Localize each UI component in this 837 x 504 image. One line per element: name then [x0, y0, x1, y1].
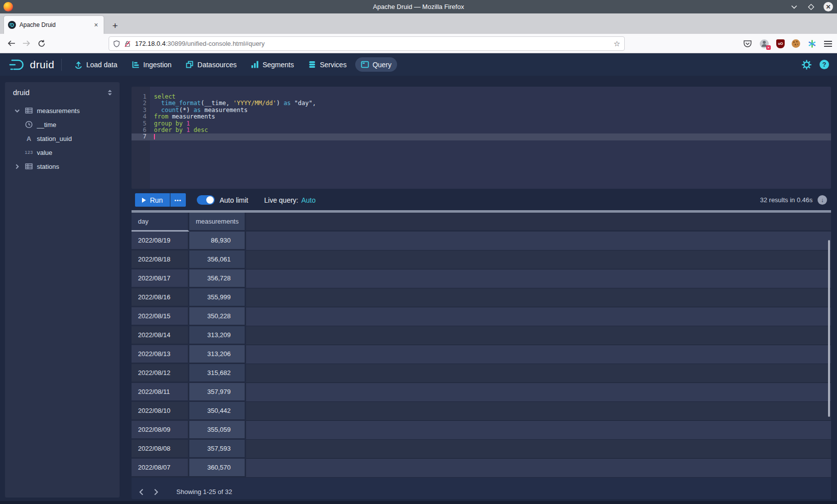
extension-disabled-icon[interactable]: ✕: [759, 39, 769, 49]
cell-measurements[interactable]: 356,728: [189, 269, 246, 288]
results-panel: day measurements 2022/08/1986,9302022/08…: [132, 210, 831, 499]
settings-gear-icon[interactable]: [802, 60, 812, 70]
editor-line-5[interactable]: 5group by 1: [132, 121, 831, 127]
string-type-icon: A: [25, 135, 33, 142]
table-icon: [25, 162, 33, 170]
druid-brand[interactable]: druid: [9, 58, 54, 71]
shield-permissions-icon[interactable]: [113, 40, 120, 48]
ublock-origin-icon[interactable]: uO: [776, 39, 785, 48]
cell-measurements[interactable]: 357,979: [189, 383, 246, 402]
column-header-day[interactable]: day: [132, 213, 189, 232]
run-bar: Run ••• Auto limit Live query: Auto 32 r…: [132, 191, 831, 209]
url-bar[interactable]: 172.18.0.4:30899/unified-console.html#qu…: [109, 36, 625, 51]
editor-line-2[interactable]: 2 time_format(__time, 'YYYY/MM/dd') as "…: [132, 100, 831, 107]
new-tab-button[interactable]: +: [109, 19, 122, 32]
help-icon[interactable]: ?: [820, 60, 829, 69]
cell-day[interactable]: 2022/08/12: [132, 364, 189, 383]
cell-measurements[interactable]: 356,061: [189, 251, 246, 269]
nav-item-services[interactable]: Services: [302, 57, 352, 72]
extension-asterisk-icon[interactable]: [807, 39, 817, 49]
editor-line-3[interactable]: 3 count(*) as measurements: [132, 107, 831, 114]
tree-item-value[interactable]: 123value: [5, 145, 120, 159]
nav-item-datasources[interactable]: Datasources: [180, 57, 242, 72]
nav-item-segments[interactable]: Segments: [245, 57, 299, 72]
cell-day[interactable]: 2022/08/08: [132, 440, 189, 459]
cell-measurements[interactable]: 360,570: [189, 459, 246, 478]
cell-measurements[interactable]: 313,209: [189, 326, 246, 345]
download-results-icon[interactable]: ↓: [818, 195, 827, 205]
prev-page-icon[interactable]: [134, 485, 148, 499]
auto-limit-toggle[interactable]: [197, 195, 215, 205]
row-filler: [246, 326, 831, 345]
brand-name: druid: [30, 59, 54, 71]
forward-button[interactable]: [19, 36, 34, 50]
editor-line-7[interactable]: 7: [132, 133, 831, 140]
nav-item-label: Load data: [86, 61, 117, 69]
editor-line-4[interactable]: 4from measurements: [132, 114, 831, 120]
next-page-icon[interactable]: [148, 485, 163, 499]
window-title: Apache Druid — Mozilla Firefox: [0, 3, 837, 10]
cell-measurements[interactable]: 313,206: [189, 345, 246, 364]
line-number: 3: [132, 107, 146, 114]
bookmark-star-icon[interactable]: ☆: [614, 39, 620, 48]
cell-measurements[interactable]: 350,442: [189, 402, 246, 421]
window-close-icon[interactable]: ✕: [824, 2, 833, 11]
sql-editor[interactable]: 1select2 time_format(__time, 'YYYY/MM/dd…: [132, 87, 831, 189]
window-minimize-icon[interactable]: [790, 2, 799, 11]
tab-apache-druid[interactable]: Apache Druid ×: [4, 16, 104, 34]
cell-day[interactable]: 2022/08/07: [132, 459, 189, 478]
datasources-icon: [185, 60, 194, 69]
row-filler: [246, 232, 831, 251]
reload-button[interactable]: [34, 36, 49, 50]
live-query-value[interactable]: Auto: [301, 196, 316, 204]
row-filler: [246, 307, 831, 326]
run-more-button[interactable]: •••: [170, 193, 186, 207]
navbar-divider: [61, 59, 62, 71]
nav-item-ingestion[interactable]: Ingestion: [126, 57, 177, 72]
tree-item-measurements[interactable]: measurements: [5, 104, 120, 118]
cell-measurements[interactable]: 355,059: [189, 421, 246, 440]
tab-strip: Apache Druid × +: [0, 13, 837, 34]
table-row: 2022/08/09355,059: [132, 421, 831, 440]
insecure-lock-icon[interactable]: [124, 40, 131, 48]
cell-day[interactable]: 2022/08/15: [132, 307, 189, 326]
query-icon: [361, 60, 369, 69]
cell-day[interactable]: 2022/08/19: [132, 232, 189, 251]
tree-item-__time[interactable]: __time: [5, 118, 120, 131]
editor-line-1[interactable]: 1select: [132, 94, 831, 100]
cookie-icon[interactable]: [792, 39, 800, 48]
pocket-icon[interactable]: [742, 39, 752, 49]
cell-measurements[interactable]: 355,999: [189, 288, 246, 307]
url-path: :30899/unified-console.html#query: [165, 40, 265, 47]
cell-measurements[interactable]: 315,682: [189, 364, 246, 383]
cell-day[interactable]: 2022/08/14: [132, 326, 189, 345]
nav-item-label: Ingestion: [143, 61, 172, 69]
window-maximize-icon[interactable]: [807, 2, 816, 11]
cell-measurements[interactable]: 86,930: [189, 232, 246, 251]
cell-day[interactable]: 2022/08/09: [132, 421, 189, 440]
editor-line-6[interactable]: 6order by 1 desc: [132, 127, 831, 133]
tab-close-icon[interactable]: ×: [93, 21, 100, 29]
schema-tree: measurements__timeAstation_uuid123values…: [5, 102, 120, 173]
menu-icon[interactable]: [824, 41, 832, 47]
cell-day[interactable]: 2022/08/13: [132, 345, 189, 364]
nav-item-query[interactable]: Query: [355, 57, 397, 72]
column-header-measurements[interactable]: measurements: [189, 213, 246, 232]
url-host: 172.18.0.4: [135, 40, 165, 47]
cell-measurements[interactable]: 350,228: [189, 307, 246, 326]
results-scrollbar[interactable]: [828, 240, 830, 417]
schema-sort-icon[interactable]: [107, 89, 113, 96]
nav-item-load-data[interactable]: Load data: [69, 57, 123, 72]
cell-day[interactable]: 2022/08/18: [132, 251, 189, 269]
tree-item-station_uuid[interactable]: Astation_uuid: [5, 131, 120, 145]
cell-day[interactable]: 2022/08/10: [132, 402, 189, 421]
line-number: 1: [132, 94, 146, 100]
tree-item-stations[interactable]: stations: [5, 159, 120, 173]
cell-day[interactable]: 2022/08/16: [132, 288, 189, 307]
auto-limit-label: Auto limit: [220, 196, 249, 204]
back-button[interactable]: [4, 36, 19, 50]
cell-day[interactable]: 2022/08/11: [132, 383, 189, 402]
cell-measurements[interactable]: 357,593: [189, 440, 246, 459]
cell-day[interactable]: 2022/08/17: [132, 269, 189, 288]
run-button[interactable]: Run: [135, 193, 170, 207]
